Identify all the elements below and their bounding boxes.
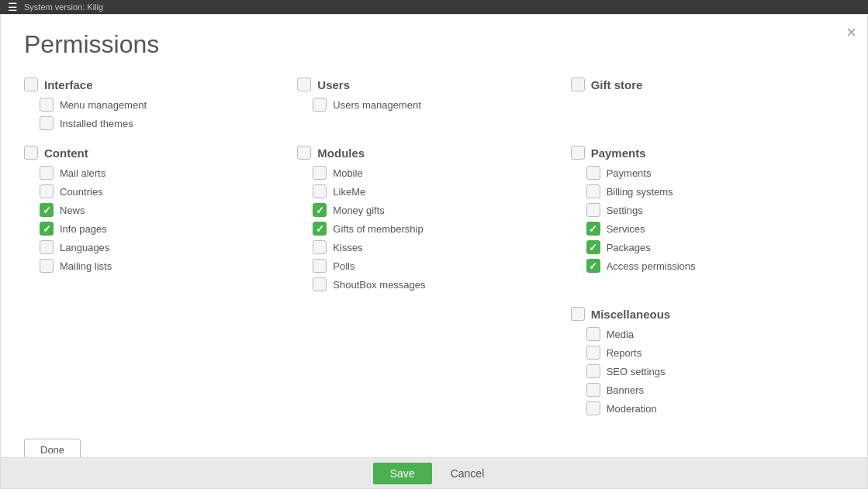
section-interface-items: Menu management Installed themes	[24, 98, 297, 130]
checkbox-money-gifts[interactable]	[313, 203, 327, 217]
list-item: Packages	[586, 240, 844, 254]
section-miscellaneous-items: Media Reports SEO settings Banners	[571, 327, 844, 415]
checkbox-payments-section[interactable]	[571, 146, 585, 160]
checkbox-likeme[interactable]	[313, 184, 327, 198]
item-label: Polls	[333, 260, 354, 272]
checkbox-kisses[interactable]	[313, 240, 327, 254]
list-item: Billing systems	[586, 184, 844, 198]
checkbox-reports[interactable]	[586, 346, 600, 360]
section-payments: Payments Payments Billing systems Settin…	[571, 146, 844, 291]
modal-title: Permissions	[24, 30, 844, 59]
item-label: Countries	[60, 186, 103, 198]
section-miscellaneous-header: Miscellaneous	[571, 307, 844, 321]
checkbox-moderation[interactable]	[586, 401, 600, 415]
topbar: ☰ System version: Kilig	[0, 0, 868, 14]
checkbox-shoutbox-messages[interactable]	[313, 277, 327, 291]
section-modules: Modules Mobile LikeMe Money gifts	[297, 146, 570, 291]
item-label: Gifts of membership	[333, 223, 423, 235]
item-label: Installed themes	[60, 118, 133, 129]
cancel-button[interactable]: Cancel	[440, 463, 496, 484]
section-users-items: Users management	[297, 98, 570, 112]
modal-overlay: ☰ System version: Kilig × Permissions In…	[0, 0, 868, 489]
checkbox-installed-themes[interactable]	[40, 116, 54, 130]
checkbox-users-management[interactable]	[313, 98, 327, 112]
footer-bar: Save Cancel	[1, 457, 867, 488]
section-content: Content Mail alerts Countries News	[24, 146, 297, 291]
item-label: Mail alerts	[60, 167, 105, 179]
list-item: Reports	[586, 346, 844, 360]
checkbox-users[interactable]	[297, 77, 311, 91]
list-item: News	[40, 203, 297, 217]
section-users: Users Users management	[297, 77, 570, 130]
checkbox-news[interactable]	[40, 203, 54, 217]
checkbox-seo-settings[interactable]	[586, 364, 600, 378]
checkbox-services[interactable]	[586, 222, 600, 236]
section-content-label: Content	[44, 146, 88, 160]
checkbox-access-permissions[interactable]	[586, 259, 600, 273]
list-item: Mail alerts	[40, 166, 297, 180]
checkbox-polls[interactable]	[313, 259, 327, 273]
item-label: Settings	[607, 205, 643, 216]
checkbox-gifts-of-membership[interactable]	[313, 222, 327, 236]
item-label: Billing systems	[607, 186, 673, 198]
item-label: Info pages	[60, 223, 107, 235]
item-label: Media	[607, 329, 634, 340]
item-label: Languages	[60, 242, 109, 253]
item-label: News	[60, 205, 85, 216]
save-button[interactable]: Save	[373, 463, 432, 484]
list-item: Gifts of membership	[313, 222, 570, 236]
item-label: Payments	[607, 167, 652, 179]
checkbox-mail-alerts[interactable]	[40, 166, 54, 180]
list-item: Money gifts	[313, 203, 570, 217]
checkbox-billing-systems[interactable]	[586, 184, 600, 198]
list-item: Settings	[586, 203, 844, 217]
checkbox-info-pages[interactable]	[40, 222, 54, 236]
item-label: Access permissions	[607, 260, 696, 272]
checkbox-languages[interactable]	[40, 240, 54, 254]
checkbox-content[interactable]	[24, 146, 38, 160]
list-item: Installed themes	[40, 116, 297, 130]
list-item: Polls	[313, 259, 570, 273]
checkbox-miscellaneous[interactable]	[571, 307, 585, 321]
menu-icon[interactable]: ☰	[8, 1, 18, 13]
section-modules-header: Modules	[297, 146, 570, 160]
checkbox-interface[interactable]	[24, 77, 38, 91]
item-label: Reports	[607, 347, 642, 359]
system-version-text: System version: Kilig	[24, 2, 103, 12]
checkbox-modules[interactable]	[297, 146, 311, 160]
checkbox-settings[interactable]	[586, 203, 600, 217]
item-label: Packages	[607, 242, 651, 253]
item-label: SEO settings	[607, 366, 666, 377]
checkbox-media[interactable]	[586, 327, 600, 341]
checkbox-gift-store[interactable]	[571, 77, 585, 91]
checkbox-menu-management[interactable]	[40, 98, 54, 112]
list-item: Access permissions	[586, 259, 844, 273]
section-payments-header: Payments	[571, 146, 844, 160]
section-interface-label: Interface	[44, 78, 93, 91]
item-label: Banners	[607, 384, 644, 396]
section-users-header: Users	[297, 77, 570, 91]
section-content-items: Mail alerts Countries News Info pages	[24, 166, 297, 273]
permissions-grid: Interface Menu management Installed them…	[24, 77, 844, 415]
section-interface-header: Interface	[24, 77, 297, 91]
item-label: LikeMe	[333, 186, 365, 198]
list-item: Languages	[40, 240, 297, 254]
item-label: Services	[607, 223, 645, 235]
item-label: Mailing lists	[60, 260, 112, 272]
checkbox-packages[interactable]	[586, 240, 600, 254]
section-miscellaneous: Miscellaneous Media Reports SEO settings	[571, 307, 844, 415]
checkbox-mailing-lists[interactable]	[40, 259, 54, 273]
list-item: SEO settings	[586, 364, 844, 378]
close-button[interactable]: ×	[846, 24, 856, 41]
item-label: Moderation	[607, 403, 657, 415]
checkbox-payments-item[interactable]	[586, 166, 600, 180]
checkbox-countries[interactable]	[40, 184, 54, 198]
checkbox-banners[interactable]	[586, 383, 600, 397]
checkbox-mobile[interactable]	[313, 166, 327, 180]
list-item: Mailing lists	[40, 259, 297, 273]
section-modules-label: Modules	[317, 146, 365, 160]
permissions-modal: × Permissions Interface Menu management	[0, 14, 868, 489]
list-item: Payments	[586, 166, 844, 180]
section-miscellaneous-label: Miscellaneous	[591, 308, 671, 321]
item-label: Money gifts	[333, 205, 384, 216]
